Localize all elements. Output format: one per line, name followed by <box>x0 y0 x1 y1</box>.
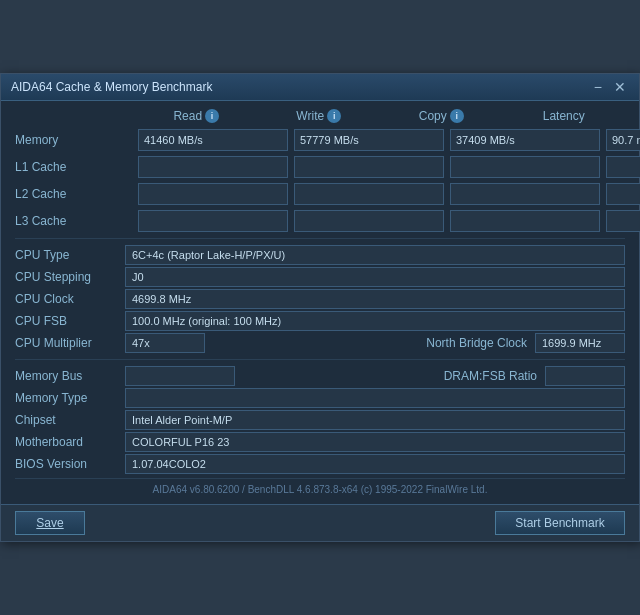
copy-label: Copy <box>419 109 447 123</box>
memory-type-row: Memory Type <box>15 388 625 408</box>
memory-bus-value <box>125 366 235 386</box>
l2-latency-input[interactable] <box>606 183 640 205</box>
cpu-clock-label: CPU Clock <box>15 292 125 306</box>
cpu-fsb-value: 100.0 MHz (original: 100 MHz) <box>125 311 625 331</box>
write-column-header: Write i <box>258 109 381 123</box>
cpu-multiplier-row: CPU Multiplier 47x North Bridge Clock 16… <box>15 333 625 353</box>
divider-1 <box>15 238 625 239</box>
memory-bus-label: Memory Bus <box>15 369 125 383</box>
cpu-multiplier-label: CPU Multiplier <box>15 336 125 350</box>
action-bar: Save Start Benchmark <box>1 504 639 541</box>
chipset-value: Intel Alder Point-M/P <box>125 410 625 430</box>
l1-cache-row-label: L1 Cache <box>15 160 135 174</box>
save-button[interactable]: Save <box>15 511 85 535</box>
l3-cache-row-label: L3 Cache <box>15 214 135 228</box>
cpu-type-row: CPU Type 6C+4c (Raptor Lake-H/P/PX/U) <box>15 245 625 265</box>
memory-type-value <box>125 388 625 408</box>
memory-latency-input[interactable] <box>606 129 640 151</box>
close-button[interactable]: ✕ <box>611 80 629 94</box>
l1-write-input[interactable] <box>294 156 444 178</box>
read-column-header: Read i <box>135 109 258 123</box>
memory-type-label: Memory Type <box>15 391 125 405</box>
dram-fsb-value <box>545 366 625 386</box>
chipset-row: Chipset Intel Alder Point-M/P <box>15 410 625 430</box>
memory-bench-row: Memory <box>15 129 625 151</box>
minimize-button[interactable]: − <box>591 80 605 94</box>
divider-2 <box>15 359 625 360</box>
memory-row-label: Memory <box>15 133 135 147</box>
l1-cache-bench-row: L1 Cache <box>15 156 625 178</box>
write-label: Write <box>296 109 324 123</box>
bios-version-label: BIOS Version <box>15 457 125 471</box>
title-bar: AIDA64 Cache & Memory Benchmark − ✕ <box>1 74 639 101</box>
window-title: AIDA64 Cache & Memory Benchmark <box>11 80 212 94</box>
copy-info-icon[interactable]: i <box>450 109 464 123</box>
motherboard-row: Motherboard COLORFUL P16 23 <box>15 432 625 452</box>
cpu-multiplier-value: 47x <box>125 333 205 353</box>
copy-column-header: Copy i <box>380 109 503 123</box>
chipset-label: Chipset <box>15 413 125 427</box>
cpu-stepping-row: CPU Stepping J0 <box>15 267 625 287</box>
memory-write-input[interactable] <box>294 129 444 151</box>
l1-read-input[interactable] <box>138 156 288 178</box>
cpu-fsb-label: CPU FSB <box>15 314 125 328</box>
l3-write-input[interactable] <box>294 210 444 232</box>
nb-clock-label: North Bridge Clock <box>426 336 535 350</box>
cpu-clock-value: 4699.8 MHz <box>125 289 625 309</box>
bios-version-row: BIOS Version 1.07.04COLO2 <box>15 454 625 474</box>
write-info-icon[interactable]: i <box>327 109 341 123</box>
bench-header: Read i Write i Copy i Latency <box>15 109 625 125</box>
motherboard-label: Motherboard <box>15 435 125 449</box>
cpu-type-label: CPU Type <box>15 248 125 262</box>
footer-text: AIDA64 v6.80.6200 / BenchDLL 4.6.873.8-x… <box>15 478 625 498</box>
cpu-type-value: 6C+4c (Raptor Lake-H/P/PX/U) <box>125 245 625 265</box>
dram-fsb-label: DRAM:FSB Ratio <box>444 369 545 383</box>
cpu-stepping-value: J0 <box>125 267 625 287</box>
l2-copy-input[interactable] <box>450 183 600 205</box>
nb-clock-value: 1699.9 MHz <box>535 333 625 353</box>
l2-read-input[interactable] <box>138 183 288 205</box>
start-benchmark-button[interactable]: Start Benchmark <box>495 511 625 535</box>
motherboard-value: COLORFUL P16 23 <box>125 432 625 452</box>
cpu-stepping-label: CPU Stepping <box>15 270 125 284</box>
cpu-clock-row: CPU Clock 4699.8 MHz <box>15 289 625 309</box>
l3-latency-input[interactable] <box>606 210 640 232</box>
latency-label: Latency <box>543 109 585 123</box>
read-info-icon[interactable]: i <box>205 109 219 123</box>
l2-write-input[interactable] <box>294 183 444 205</box>
cpu-fsb-row: CPU FSB 100.0 MHz (original: 100 MHz) <box>15 311 625 331</box>
content-area: Read i Write i Copy i Latency Memory <box>1 101 639 504</box>
main-window: AIDA64 Cache & Memory Benchmark − ✕ Read… <box>0 73 640 542</box>
bios-version-value: 1.07.04COLO2 <box>125 454 625 474</box>
l2-cache-bench-row: L2 Cache <box>15 183 625 205</box>
read-label: Read <box>173 109 202 123</box>
memory-bus-row: Memory Bus DRAM:FSB Ratio <box>15 366 625 386</box>
l1-latency-input[interactable] <box>606 156 640 178</box>
l2-cache-row-label: L2 Cache <box>15 187 135 201</box>
latency-column-header: Latency <box>503 109 626 123</box>
l1-copy-input[interactable] <box>450 156 600 178</box>
l3-read-input[interactable] <box>138 210 288 232</box>
title-bar-controls: − ✕ <box>591 80 629 94</box>
memory-read-input[interactable] <box>138 129 288 151</box>
info-section: CPU Type 6C+4c (Raptor Lake-H/P/PX/U) CP… <box>15 245 625 474</box>
memory-copy-input[interactable] <box>450 129 600 151</box>
l3-cache-bench-row: L3 Cache <box>15 210 625 232</box>
l3-copy-input[interactable] <box>450 210 600 232</box>
